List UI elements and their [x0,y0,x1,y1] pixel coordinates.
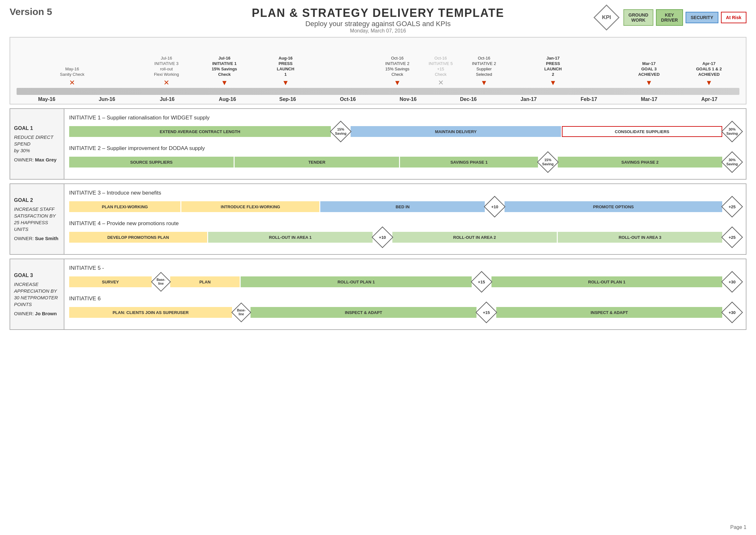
initiative3-row: INITIATIVE 3 – Introduce new benefits PL… [69,190,741,215]
bar-inspect-adapt-1: INSPECT & ADAPT [251,307,476,318]
goal3-description: INCREASE APPRECIATION BY 30 NETPROMOTER … [14,281,60,308]
goal2-header: GOAL 2 [14,197,60,203]
version-label: Version 5 [10,6,52,17]
diamond-plus10-1: +10 [486,198,503,215]
header-date: Monday, March 07, 2016 [10,28,746,34]
bar-inspect-adapt-2: INSPECT & ADAPT [496,307,722,318]
initiative2-title: INITIATIVE 2 – Supplier improvement for … [69,145,741,152]
initiative1-title: INITIATIVE 1 – Supplier rationalisation … [69,115,741,121]
bar-promote-options: PROMOTE OPTIONS [504,201,722,212]
goal3-sidebar: GOAL 3 INCREASE APPRECIATION BY 30 NETPR… [10,259,64,329]
diamond-plus25-2: +25 [723,228,741,246]
milestone-mar17: Mar-17GOAL 3ACHIEVED ▼ [638,61,659,87]
goal2-content: INITIATIVE 3 – Introduce new benefits PL… [64,184,746,254]
diamond-baseline-2: Base-line [233,304,250,321]
diamond-baseline-1: Base-line [153,273,169,290]
month-dec16: Dec-16 [438,97,499,102]
legend-security: SECURITY [685,12,718,23]
bar-consolidate-suppliers: CONSOLIDATE SUPPLIERS [562,126,722,137]
bar-maintain-delivery: MAINTAIN DELIVERY [350,126,561,137]
goal2-description: INCREASE STAFF SATISFACTION BY 25 HAPPIN… [14,206,60,233]
bar-survey: SURVEY [69,276,152,287]
initiative4-bars: DEVELOP PROMOTIONS PLAN ROLL-OUT IN AREA… [69,228,741,246]
bar-savings-phase2: SAVINGS PHASE 2 [558,157,722,167]
bar-plan-clients: PLAN: CLIENTS JOIN AS SUPERUSER [69,307,232,318]
month-may16: May-16 [16,97,77,102]
initiative1-row: INITIATIVE 1 – Supplier rationalisation … [69,115,741,140]
milestone-oct16-supplier: Oct-16INITIATIVE 2SupplierSelected ▼ [472,56,496,87]
bar-rollout-plan1b: ROLL-OUT PLAN 1 [492,276,722,287]
goal3-owner: OWNER: Jo Brown [14,311,60,316]
bar-source-suppliers: SOURCE SUPPLIERS [69,157,234,167]
initiative3-bars: PLAN FLEXI-WORKING INTRODUCE FLEXI-WORKI… [69,198,741,215]
initiative5-row: INITIATIVE 5 - SURVEY Base-line PLAN ROL… [69,265,741,291]
bar-rollout-area1: ROLL-OUT IN AREA 1 [208,232,373,243]
bar-extend-contract: EXTEND AVERAGE CONTRACT LENGTH [69,126,331,137]
legend-atrisk: At Risk [721,12,746,23]
milestone-aug16: Aug-16PRESSLAUNCH1 ▼ [277,56,294,87]
milestone-labels: May-16Sanity Check ✕ Jul-16INITIATIVE 3r… [16,41,740,87]
month-mar17: Mar-17 [619,97,679,102]
month-feb17: Feb-17 [559,97,619,102]
month-jun16: Jun-16 [77,97,137,102]
diamond-plus15-1: +15 [473,273,491,291]
goal3-content: INITIATIVE 5 - SURVEY Base-line PLAN ROL… [64,259,746,329]
milestone-jan17: Jan-17PRESSLAUNCH2 ▼ [544,56,562,87]
bar-rollout-area3: ROLL-OUT IN AREA 3 [558,232,722,243]
milestone-may16: May-16Sanity Check ✕ [60,67,84,87]
diamond-plus30-2: +30 [723,303,741,321]
milestone-jul16-init3: Jul-16INITIATIVE 3roll-outFlexi Working … [154,56,179,87]
kpi-diamond: KPI [595,6,618,29]
goal3-section: GOAL 3 INCREASE APPRECIATION BY 30 NETPR… [10,259,746,330]
bar-rollout-plan1a: ROLL-OUT PLAN 1 [241,276,471,287]
milestone-oct16-init5: Oct-16INITIATIVE 5+15Check ✕ [429,56,453,87]
goal2-owner: OWNER: Sue Smith [14,236,60,241]
month-aug16: Aug-16 [197,97,257,102]
goal1-description: REDUCE DIRECT SPENDby 30% [14,134,60,154]
diamond-plus30-1: +30 [723,273,741,291]
milestone-jul16-init1: Jul-16INITIATIVE 115% SavingsCheck ▼ [212,56,237,87]
kpi-label: KPI [602,14,611,21]
timeline-bar [16,88,740,95]
goal1-section: GOAL 1 REDUCE DIRECT SPENDby 30% OWNER: … [10,108,746,180]
goal2-section: GOAL 2 INCREASE STAFF SATISFACTION BY 25… [10,183,746,255]
month-jul16: Jul-16 [137,97,197,102]
bar-introduce-flexi: INTRODUCE FLEXI-WORKING [181,201,319,212]
page-number: Page 1 [730,524,746,530]
goal3-header: GOAL 3 [14,272,60,278]
initiative6-title: INITIATIVE 6 [69,296,741,302]
bar-rollout-area2: ROLL-OUT IN AREA 2 [392,232,557,243]
initiative2-row: INITIATIVE 2 – Supplier improvement for … [69,145,741,171]
milestone-apr17: Apr-17GOALS 1 & 2ACHIEVED ▼ [696,61,722,87]
initiative3-title: INITIATIVE 3 – Introduce new benefits [69,190,741,196]
page: Version 5 PLAN & STRATEGY DELIVERY TEMPL… [0,0,756,535]
goal1-sidebar: GOAL 1 REDUCE DIRECT SPENDby 30% OWNER: … [10,109,64,179]
initiative5-bars: SURVEY Base-line PLAN ROLL-OUT PLAN 1 +1… [69,273,741,291]
diamond-30pct-saving-1: 30%Saving [723,123,741,140]
month-jan17: Jan-17 [499,97,559,102]
bar-bed-in: BED IN [320,201,485,212]
goal1-content: INITIATIVE 1 – Supplier rationalisation … [64,109,746,179]
diamond-30pct-saving-2: 30%Saving [723,153,741,171]
bar-develop-promo: DEVELOP PROMOTIONS PLAN [69,232,207,243]
goal1-owner: OWNER: Max Grey [14,157,60,162]
goal2-sidebar: GOAL 2 INCREASE STAFF SATISFACTION BY 25… [10,184,64,254]
bar-plan: PLAN [170,276,240,287]
month-apr17: Apr-17 [679,97,740,102]
initiative6-bars: PLAN: CLIENTS JOIN AS SUPERUSER Base-lin… [69,303,741,321]
bar-plan-flexi: PLAN FLEXI-WORKING [69,201,180,212]
initiative1-bars: EXTEND AVERAGE CONTRACT LENGTH 15%Saving… [69,123,741,140]
diamond-15pct-saving: 15%Saving [332,123,349,140]
legend-area: KPI GROUNDWORK KEYDRIVER SECURITY At Ris… [595,6,746,29]
initiative4-row: INITIATIVE 4 – Provide new promotions ro… [69,220,741,246]
timeline-section: May-16Sanity Check ✕ Jul-16INITIATIVE 3r… [10,37,746,104]
diamond-plus25-1: +25 [723,198,741,215]
bar-savings-phase1: SAVINGS PHASE 1 [400,157,538,167]
month-sep16: Sep-16 [257,97,318,102]
month-nov16: Nov-16 [378,97,438,102]
legend-groundwork: GROUNDWORK [623,9,653,26]
milestone-oct16-init2: Oct-16INITIATIVE 215% SavingsCheck ▼ [385,56,409,87]
initiative2-bars: SOURCE SUPPLIERS TENDER SAVINGS PHASE 1 … [69,153,741,171]
legend-keydriver: KEYDRIVER [656,9,683,26]
initiative5-title: INITIATIVE 5 - [69,265,741,271]
